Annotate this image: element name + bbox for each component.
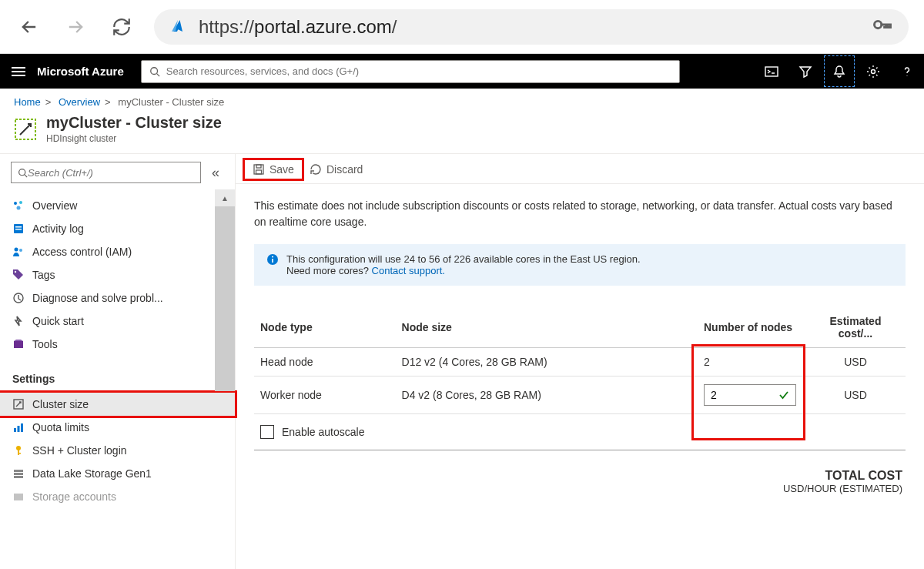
svg-rect-22: [18, 426, 20, 432]
nav-access-control[interactable]: Access control (IAM): [0, 240, 235, 263]
worker-nodes-input-wrap[interactable]: [704, 384, 796, 406]
autoscale-label-text: Enable autoscale: [282, 426, 364, 438]
contact-support-link[interactable]: Contact support.: [372, 265, 445, 276]
nav-data-lake[interactable]: Data Lake Storage Gen1: [0, 462, 235, 485]
browser-toolbar: https://portal.azure.com/: [0, 0, 924, 54]
hamburger-menu-button[interactable]: [0, 54, 37, 89]
page-subtitle: HDInsight cluster: [46, 133, 222, 144]
cell-node-size: D12 v2 (4 Cores, 28 GB RAM): [396, 348, 698, 377]
save-button[interactable]: Save: [245, 160, 302, 179]
svg-rect-5: [765, 67, 778, 76]
browser-url-bar[interactable]: https://portal.azure.com/: [154, 9, 909, 45]
total-cost-label: TOTAL COST: [254, 469, 902, 483]
save-icon: [253, 163, 265, 176]
hdinsight-cluster-icon: [14, 118, 37, 141]
cloud-shell-icon[interactable]: [755, 54, 788, 89]
nav-quota-limits[interactable]: Quota limits: [0, 416, 235, 439]
svg-rect-13: [15, 226, 22, 228]
nav-label: Activity log: [32, 223, 84, 235]
browser-forward-button[interactable]: [62, 13, 89, 41]
brand-label[interactable]: Microsoft Azure: [37, 65, 141, 78]
breadcrumb: Home> Overview> myCluster - Cluster size: [0, 89, 924, 112]
nav-storage-accounts[interactable]: Storage accounts: [0, 485, 235, 508]
svg-rect-3: [12, 75, 25, 76]
total-cost: TOTAL COST USD/HOUR (ESTIMATED): [254, 450, 906, 494]
svg-rect-26: [18, 453, 21, 454]
blade-search-input[interactable]: [28, 167, 194, 179]
nav-label: Overview: [32, 199, 77, 212]
svg-rect-27: [14, 470, 23, 472]
help-icon[interactable]: [890, 54, 924, 89]
svg-point-9: [14, 202, 17, 205]
svg-rect-32: [256, 165, 261, 168]
breadcrumb-overview[interactable]: Overview: [59, 96, 100, 108]
browser-reload-button[interactable]: [108, 13, 136, 41]
svg-rect-21: [14, 428, 16, 432]
node-table: Node type Node size Number of nodes Esti…: [254, 307, 906, 450]
search-icon: [18, 168, 28, 178]
th-node-size[interactable]: Node size: [396, 307, 698, 348]
cell-node-type: Worker node: [254, 377, 396, 414]
collapse-nav-button[interactable]: «: [207, 165, 224, 181]
nav-label: Diagnose and solve probl...: [32, 292, 163, 304]
svg-rect-1: [12, 67, 25, 69]
worker-nodes-input[interactable]: [711, 389, 757, 401]
discard-button[interactable]: Discard: [302, 160, 370, 179]
autoscale-checkbox[interactable]: [260, 425, 274, 439]
svg-point-16: [19, 249, 22, 252]
svg-rect-14: [15, 229, 22, 230]
azure-logo-icon: [169, 18, 188, 36]
nav-ssh-login[interactable]: SSH + Cluster login: [0, 439, 235, 462]
cell-cost: USD: [805, 377, 906, 414]
nav-diagnose[interactable]: Diagnose and solve probl...: [0, 286, 235, 310]
svg-rect-25: [18, 450, 19, 455]
directory-filter-icon[interactable]: [788, 54, 822, 89]
global-search[interactable]: [141, 60, 680, 83]
nav-label: Quick start: [32, 315, 84, 327]
th-node-type[interactable]: Node type: [254, 307, 396, 348]
nav-quick-start[interactable]: Quick start: [0, 310, 235, 333]
nav-label: Quota limits: [32, 421, 89, 433]
blade-search[interactable]: [11, 162, 201, 183]
nav-tools[interactable]: Tools: [0, 333, 235, 356]
info-line2-prefix: Need more cores?: [286, 265, 372, 276]
autoscale-toggle[interactable]: Enable autoscale: [260, 425, 899, 439]
svg-rect-29: [14, 476, 23, 478]
svg-point-15: [15, 248, 18, 252]
scroll-up-arrow[interactable]: ▲: [215, 189, 235, 206]
settings-icon[interactable]: [856, 54, 890, 89]
table-row: Head node D12 v2 (4 Cores, 28 GB RAM) 2 …: [254, 348, 906, 377]
browser-back-button[interactable]: [15, 13, 43, 41]
nav-section-settings: Settings: [0, 359, 235, 390]
th-num-nodes[interactable]: Number of nodes: [698, 307, 805, 348]
command-bar: Save Discard: [236, 154, 924, 184]
nav-cluster-size[interactable]: Cluster size: [0, 393, 235, 416]
nav-overview[interactable]: Overview: [0, 194, 235, 217]
svg-rect-19: [14, 341, 23, 348]
table-row: Worker node D4 v2 (8 Cores, 28 GB RAM) U…: [254, 377, 906, 414]
global-search-input[interactable]: [166, 65, 671, 77]
svg-point-4: [151, 67, 158, 74]
nav-activity-log[interactable]: Activity log: [0, 217, 235, 240]
browser-url: https://portal.azure.com/: [199, 16, 397, 38]
nav-list-settings: Cluster size Quota limits SSH + Cluster …: [0, 390, 235, 511]
nav-list-top: Overview Activity log Access control (IA…: [0, 191, 235, 359]
nav-label: Storage accounts: [32, 490, 116, 503]
th-est-cost[interactable]: Estimated cost/...: [805, 307, 906, 348]
info-line1: This configuration will use 24 to 56 of …: [286, 253, 641, 265]
nav-label: SSH + Cluster login: [32, 444, 127, 457]
scrollbar-thumb[interactable]: [215, 206, 235, 391]
breadcrumb-home[interactable]: Home: [14, 96, 41, 108]
nav-tags[interactable]: Tags: [0, 263, 235, 286]
save-label: Save: [270, 163, 294, 176]
checkmark-icon: [778, 390, 789, 400]
svg-point-17: [15, 271, 16, 273]
page-title-row: myCluster - Cluster size HDInsight clust…: [0, 112, 924, 153]
info-box: This configuration will use 24 to 56 of …: [254, 244, 906, 286]
nav-label: Data Lake Storage Gen1: [32, 467, 152, 480]
cell-cost: USD: [805, 348, 906, 377]
notifications-icon[interactable]: [822, 54, 856, 89]
key-icon[interactable]: [872, 14, 893, 40]
svg-point-6: [872, 69, 875, 73]
svg-point-11: [17, 206, 21, 210]
